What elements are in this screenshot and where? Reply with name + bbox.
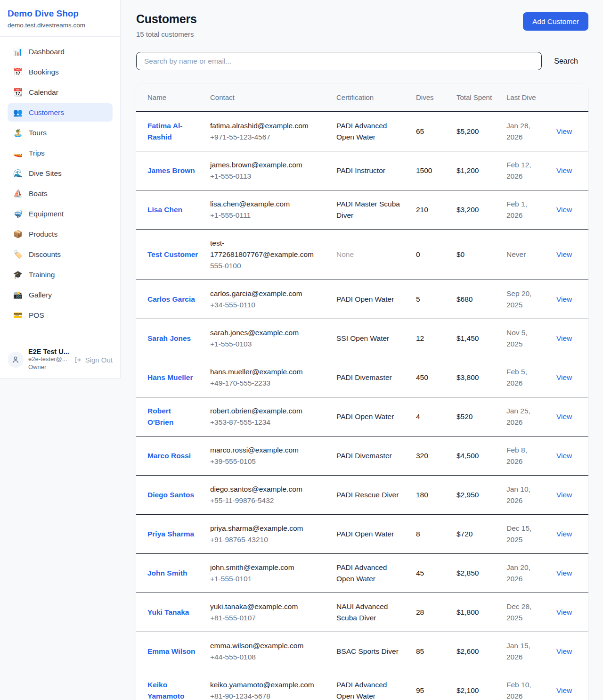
customer-dives: 450 bbox=[416, 373, 428, 381]
table-row: Marco Rossi marco.rossi@example.com +39-… bbox=[136, 436, 588, 476]
customer-name-link[interactable]: Yuki Tanaka bbox=[147, 608, 189, 616]
customer-total-spent: $1,450 bbox=[456, 334, 479, 342]
nav-item-label: Dashboard bbox=[29, 48, 65, 56]
customer-email: lisa.chen@example.com bbox=[210, 198, 325, 210]
view-customer-link[interactable]: View bbox=[556, 206, 572, 214]
sidebar-item-trips[interactable]: 🚤 Trips bbox=[8, 144, 113, 162]
customer-last-dive: Feb 12, 2026 bbox=[506, 161, 531, 180]
customer-total-spent: $680 bbox=[456, 295, 473, 303]
table-row: Emma Wilson emma.wilson@example.com +44-… bbox=[136, 632, 588, 671]
view-customer-link[interactable]: View bbox=[556, 373, 572, 381]
diving-mask-icon: 🤿 bbox=[13, 209, 23, 218]
nav-item-label: POS bbox=[29, 311, 44, 320]
customer-last-dive: Sep 20, 2025 bbox=[506, 289, 531, 309]
customer-dives: 28 bbox=[416, 608, 424, 616]
customer-name-link[interactable]: Priya Sharma bbox=[147, 530, 194, 538]
customer-phone: +34-555-0110 bbox=[210, 299, 325, 311]
customer-last-dive: Jan 10, 2026 bbox=[506, 485, 530, 504]
column-header-name: Name bbox=[136, 83, 204, 112]
column-header-total-spent: Total Spent bbox=[451, 83, 501, 112]
customer-total-spent: $1,800 bbox=[456, 608, 479, 616]
customer-name-link[interactable]: Robert O'Brien bbox=[147, 407, 173, 426]
customer-email: james.brown@example.com bbox=[210, 159, 325, 171]
customer-last-dive: Feb 1, 2026 bbox=[506, 200, 527, 219]
nav-item-label: Boats bbox=[29, 189, 48, 198]
view-customer-link[interactable]: View bbox=[556, 250, 572, 258]
user-info: E2E Test U... e2e-tester@... Owner bbox=[28, 348, 69, 371]
customer-name-link[interactable]: Diego Santos bbox=[147, 491, 194, 499]
calendar-date-icon: 📅 bbox=[13, 67, 23, 76]
customer-last-dive: Jan 25, 2026 bbox=[506, 407, 530, 426]
customer-name-link[interactable]: Hans Mueller bbox=[147, 373, 193, 381]
sidebar-item-dive-sites[interactable]: 🌊 Dive Sites bbox=[8, 164, 113, 182]
label-tag-icon: 🏷️ bbox=[13, 250, 23, 259]
nav-item-label: Bookings bbox=[29, 68, 59, 76]
user-panel: E2E Test U... e2e-tester@... Owner Sign … bbox=[0, 341, 120, 378]
customer-name-link[interactable]: Keiko Yamamoto bbox=[147, 681, 184, 700]
customer-certification: PADI Divemaster bbox=[336, 373, 392, 381]
view-customer-link[interactable]: View bbox=[556, 686, 572, 694]
table-row: Test Customer test-1772681807767@example… bbox=[136, 230, 588, 280]
view-customer-link[interactable]: View bbox=[556, 295, 572, 303]
customer-total-spent: $2,600 bbox=[456, 647, 479, 655]
customer-total-spent: $3,200 bbox=[456, 206, 479, 214]
sidebar-item-bookings[interactable]: 📅 Bookings bbox=[8, 63, 113, 81]
sidebar-item-dashboard[interactable]: 📊 Dashboard bbox=[8, 42, 113, 61]
table-row: Keiko Yamamoto keiko.yamamoto@example.co… bbox=[136, 671, 588, 700]
sidebar: Demo Dive Shop demo.test.divestreams.com… bbox=[0, 0, 121, 379]
sidebar-item-training[interactable]: 🎓 Training bbox=[8, 265, 113, 284]
customer-last-dive: Nov 5, 2025 bbox=[506, 329, 528, 348]
customers-table: Name Contact Certification Dives Total S… bbox=[136, 83, 588, 700]
sidebar-item-boats[interactable]: ⛵ Boats bbox=[8, 184, 113, 203]
customer-name-link[interactable]: Fatima Al-Rashid bbox=[147, 122, 182, 141]
speedboat-icon: 🚤 bbox=[13, 148, 23, 157]
view-customer-link[interactable]: View bbox=[556, 647, 572, 655]
view-customer-link[interactable]: View bbox=[556, 452, 572, 460]
customer-name-link[interactable]: Lisa Chen bbox=[147, 206, 182, 214]
nav-item-label: Discounts bbox=[29, 250, 61, 259]
view-customer-link[interactable]: View bbox=[556, 127, 572, 135]
add-customer-button[interactable]: Add Customer bbox=[523, 12, 588, 31]
customer-name-link[interactable]: Marco Rossi bbox=[147, 452, 191, 460]
column-header-last-dive: Last Dive bbox=[501, 83, 551, 112]
sidebar-item-pos[interactable]: 💳 POS bbox=[8, 306, 113, 324]
customer-name-link[interactable]: Carlos Garcia bbox=[147, 295, 195, 303]
customer-name-link[interactable]: John Smith bbox=[147, 569, 187, 577]
customer-dives: 85 bbox=[416, 647, 424, 655]
customer-phone: +81-90-1234-5678 bbox=[210, 691, 325, 700]
view-customer-link[interactable]: View bbox=[556, 334, 572, 342]
view-customer-link[interactable]: View bbox=[556, 166, 572, 174]
customer-last-dive: Jan 28, 2026 bbox=[506, 122, 530, 141]
sign-out-button[interactable]: Sign Out bbox=[74, 356, 113, 364]
customer-certification: PADI Open Water bbox=[336, 295, 394, 303]
table-row: Sarah Jones sarah.jones@example.com +1-5… bbox=[136, 319, 588, 358]
sidebar-item-equipment[interactable]: 🤿 Equipment bbox=[8, 205, 113, 223]
nav-item-label: Dive Sites bbox=[29, 169, 62, 178]
view-customer-link[interactable]: View bbox=[556, 412, 572, 420]
customer-certification: SSI Open Water bbox=[336, 334, 389, 342]
sidebar-item-calendar[interactable]: 📆 Calendar bbox=[8, 83, 113, 101]
customer-dives: 210 bbox=[416, 206, 428, 214]
customer-name-link[interactable]: James Brown bbox=[147, 166, 195, 174]
sidebar-item-customers[interactable]: 👥 Customers bbox=[8, 103, 113, 122]
search-input[interactable] bbox=[136, 52, 542, 70]
sidebar-item-discounts[interactable]: 🏷️ Discounts bbox=[8, 245, 113, 264]
customer-name-link[interactable]: Sarah Jones bbox=[147, 334, 191, 342]
sidebar-item-gallery[interactable]: 📸 Gallery bbox=[8, 286, 113, 304]
sidebar-item-tours[interactable]: 🏝️ Tours bbox=[8, 124, 113, 142]
customer-name-link[interactable]: Emma Wilson bbox=[147, 647, 196, 655]
customer-name-link[interactable]: Test Customer bbox=[147, 250, 198, 258]
view-customer-link[interactable]: View bbox=[556, 530, 572, 538]
customer-phone: +1-555-0103 bbox=[210, 338, 325, 350]
customer-email: yuki.tanaka@example.com bbox=[210, 601, 325, 612]
view-customer-link[interactable]: View bbox=[556, 491, 572, 499]
sidebar-item-products[interactable]: 📦 Products bbox=[8, 225, 113, 243]
user-name: E2E Test U... bbox=[28, 348, 69, 355]
view-customer-link[interactable]: View bbox=[556, 569, 572, 577]
page-header: Customers 15 total customers Add Custome… bbox=[136, 12, 588, 38]
customer-last-dive: Jan 20, 2026 bbox=[506, 563, 530, 583]
view-customer-link[interactable]: View bbox=[556, 608, 572, 616]
search-button[interactable]: Search bbox=[554, 57, 578, 66]
graduation-cap-icon: 🎓 bbox=[13, 270, 23, 279]
camera-flash-icon: 📸 bbox=[13, 290, 23, 299]
